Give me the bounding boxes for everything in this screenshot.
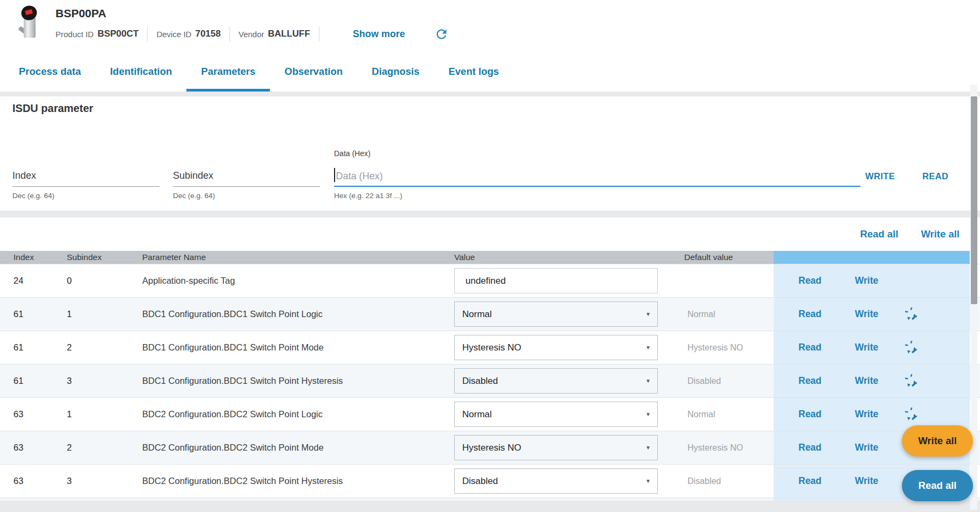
- value-text: undefined: [465, 276, 506, 286]
- row-read-button[interactable]: Read: [798, 442, 822, 453]
- row-write-button[interactable]: Write: [855, 442, 878, 453]
- table-header-row: Index Subindex Parameter Name Value Defa…: [0, 251, 980, 264]
- meta-label: Product ID: [55, 30, 94, 39]
- value-text-input[interactable]: undefined: [454, 268, 658, 293]
- value-dropdown[interactable]: Hysteresis NO ▼: [454, 335, 658, 360]
- column-header-value: Value: [450, 251, 679, 264]
- row-write-button[interactable]: Write: [855, 342, 878, 353]
- row-write-button[interactable]: Write: [855, 375, 878, 387]
- reset-to-default-icon[interactable]: [905, 341, 919, 354]
- cell-index: 61: [0, 298, 52, 331]
- tab-event-logs[interactable]: Event logs: [434, 54, 513, 92]
- cell-parameter-name: BDC2 Configuration.BDC2 Switch Point Hys…: [129, 465, 450, 497]
- dropdown-arrow-icon: ▼: [645, 311, 651, 317]
- cell-parameter-name: BDC2 Configuration.BDC2 Switch Point Mod…: [129, 431, 450, 464]
- row-write-button[interactable]: Write: [855, 308, 878, 320]
- cell-value: undefined: [450, 264, 679, 297]
- tab-parameters[interactable]: Parameters: [186, 54, 270, 92]
- cell-subindex: 0: [52, 264, 129, 297]
- cell-subindex: 1: [52, 398, 129, 431]
- value-dropdown[interactable]: Disabled ▼: [454, 468, 658, 494]
- tab-diagnosis[interactable]: Diagnosis: [357, 54, 434, 92]
- cell-subindex: 1: [52, 298, 129, 331]
- subindex-input[interactable]: Subindex: [173, 161, 320, 187]
- page-title: BSP00PA: [55, 7, 106, 20]
- index-input[interactable]: Index: [12, 161, 159, 187]
- cell-index: 61: [0, 331, 52, 364]
- index-field[interactable]: Index Dec (e.g. 64): [12, 161, 159, 200]
- cell-value: Disabled ▼: [450, 364, 679, 397]
- cell-subindex: 2: [52, 331, 129, 364]
- subindex-field[interactable]: Subindex Dec (e.g. 64): [173, 161, 320, 200]
- table-row: 63 1 BDC2 Configuration.BDC2 Switch Poin…: [0, 397, 980, 431]
- show-more-link[interactable]: Show more: [353, 29, 405, 40]
- cell-actions: Read Write: [774, 331, 970, 364]
- write-button[interactable]: WRITE: [865, 171, 895, 181]
- dropdown-arrow-icon: ▼: [645, 378, 651, 384]
- data-hex-field[interactable]: Data (Hex) Data (Hex) Hex (e.g. 22 a1 3f…: [334, 148, 860, 200]
- read-button[interactable]: READ: [922, 171, 948, 181]
- row-write-button[interactable]: Write: [855, 275, 878, 286]
- subindex-input-label: Subindex: [173, 170, 213, 181]
- cell-actions: Read Write: [774, 298, 970, 331]
- value-dropdown[interactable]: Normal ▼: [454, 402, 658, 427]
- reset-to-default-icon[interactable]: [905, 374, 919, 388]
- reset-to-default-icon[interactable]: [905, 408, 919, 421]
- row-read-button[interactable]: Read: [798, 275, 822, 286]
- column-header-subindex: Subindex: [52, 251, 129, 264]
- reset-to-default-icon[interactable]: [905, 307, 919, 321]
- row-write-button[interactable]: Write: [855, 409, 878, 420]
- cell-default-value: Normal: [679, 298, 774, 331]
- read-all-link[interactable]: Read all: [860, 228, 898, 240]
- device-photo: [13, 4, 44, 40]
- cell-actions: Read Write: [774, 264, 970, 297]
- write-all-link[interactable]: Write all: [921, 228, 960, 240]
- meta-value-device-id: 70158: [195, 29, 220, 39]
- cell-value: [450, 498, 679, 501]
- cell-index: 61: [0, 364, 52, 397]
- subindex-helper-text: Dec (e.g. 64): [173, 192, 320, 200]
- read-all-fab-button[interactable]: Read all: [902, 470, 973, 501]
- cell-value: Normal ▼: [450, 298, 679, 331]
- write-all-fab-button[interactable]: Write all: [902, 425, 973, 457]
- data-hex-input[interactable]: Data (Hex): [334, 161, 860, 187]
- data-hex-helper-text: Hex (e.g. 22 a1 3f ...): [334, 192, 860, 200]
- value-dropdown[interactable]: Hysteresis NO ▼: [454, 435, 658, 460]
- tab-identification[interactable]: Identification: [95, 54, 186, 92]
- cell-parameter-name: BDC1 Configuration.BDC1 Switch Point Mod…: [129, 331, 450, 364]
- value-dropdown[interactable]: Normal ▼: [454, 301, 658, 327]
- cell-index: 63: [0, 431, 52, 464]
- row-read-button[interactable]: Read: [798, 308, 822, 320]
- meta-label: Device ID: [156, 30, 191, 39]
- column-header-default-value: Default value: [679, 251, 774, 264]
- row-write-button[interactable]: Write: [855, 475, 878, 487]
- cell-value: Hysteresis NO ▼: [450, 331, 679, 364]
- tab-observation[interactable]: Observation: [270, 54, 357, 92]
- row-read-button[interactable]: Read: [798, 475, 822, 487]
- cell-subindex: [52, 498, 129, 501]
- row-read-button[interactable]: Read: [798, 375, 822, 387]
- refresh-icon[interactable]: [434, 26, 449, 41]
- cell-actions: Read Write: [774, 364, 970, 397]
- cell-parameter-name: BDC2 Configuration.BDC2 Switch Point Log…: [129, 398, 450, 431]
- cell-index: 24: [0, 264, 52, 297]
- value-text: Disabled: [462, 476, 498, 487]
- scrollbar-thumb[interactable]: [971, 96, 977, 304]
- table-row: 63 2 BDC2 Configuration.BDC2 Switch Poin…: [0, 431, 980, 464]
- cell-subindex: 3: [52, 364, 129, 397]
- cell-value: Hysteresis NO ▼: [450, 431, 679, 464]
- tab-process-data[interactable]: Process data: [4, 54, 95, 92]
- value-dropdown[interactable]: Disabled ▼: [454, 368, 658, 394]
- column-header-parameter-name: Parameter Name: [129, 251, 450, 264]
- cell-default-value: Normal: [679, 398, 774, 431]
- isdu-parameter-section: ISDU parameter Index Dec (e.g. 64) Subin…: [0, 96, 980, 211]
- table-row: 63 3 BDC2 Configuration.BDC2 Switch Poin…: [0, 464, 980, 497]
- cell-default-value: Disabled: [679, 465, 774, 497]
- index-input-label: Index: [12, 170, 36, 181]
- row-read-button[interactable]: Read: [798, 409, 822, 420]
- value-text: Hysteresis NO: [462, 342, 522, 353]
- index-helper-text: Dec (e.g. 64): [12, 192, 159, 200]
- dropdown-arrow-icon: ▼: [645, 411, 651, 417]
- cell-parameter-name: BDC1 Configuration.BDC1 Switch Point Log…: [129, 298, 450, 331]
- row-read-button[interactable]: Read: [798, 342, 822, 353]
